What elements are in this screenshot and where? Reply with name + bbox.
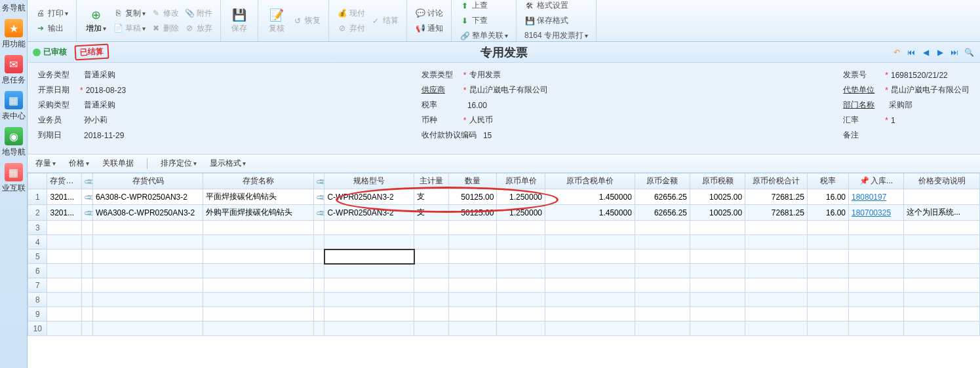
empty-cell[interactable]	[635, 322, 690, 336]
col-invalias[interactable]: 存货代码	[92, 174, 203, 189]
sidebar-item-nav[interactable]: 务导航	[0, 0, 27, 16]
discuss-button[interactable]: 💬 讨论	[412, 7, 446, 20]
empty-cell[interactable]	[448, 249, 497, 264]
empty-cell[interactable]	[448, 235, 497, 249]
empty-cell[interactable]	[203, 264, 313, 278]
empty-cell[interactable]	[848, 307, 903, 322]
empty-cell[interactable]	[807, 264, 848, 278]
cell-taxamt[interactable]: 10025.00	[690, 205, 745, 221]
first-button[interactable]: ⏮	[905, 46, 917, 58]
sidebar-item-task[interactable]: ✉ 息任务	[0, 52, 27, 88]
empty-cell[interactable]	[324, 264, 414, 278]
empty-cell[interactable]	[203, 322, 313, 336]
cell-invcode[interactable]: 3201...	[47, 205, 82, 221]
export-button[interactable]: ➜ 输出	[33, 22, 71, 35]
empty-cell[interactable]	[448, 221, 497, 235]
empty-cell[interactable]	[324, 278, 414, 293]
empty-cell[interactable]	[47, 264, 82, 278]
sidebar-item-map[interactable]: ◉ 地导航	[0, 124, 27, 160]
form-value[interactable]: 普通采购	[84, 100, 115, 111]
table-row[interactable]: 6	[28, 264, 980, 278]
add-button[interactable]: ⊕ 增加▾	[82, 6, 110, 35]
empty-cell[interactable]	[324, 307, 414, 322]
recheck-button[interactable]: 📝 复核	[264, 6, 290, 35]
empty-cell[interactable]	[203, 278, 313, 293]
empty-cell[interactable]	[545, 264, 635, 278]
empty-cell[interactable]	[497, 322, 545, 336]
empty-cell[interactable]	[324, 221, 414, 235]
empty-cell[interactable]	[545, 278, 635, 293]
empty-cell[interactable]	[848, 278, 903, 293]
form-value[interactable]: 16981520/21/22	[891, 71, 948, 80]
empty-cell[interactable]	[848, 235, 903, 249]
form-value[interactable]: 16.00	[467, 101, 487, 110]
empty-cell[interactable]	[807, 307, 848, 322]
empty-cell[interactable]	[448, 293, 497, 307]
col-pricechange[interactable]: 价格变动说明	[904, 174, 980, 189]
empty-cell[interactable]	[807, 249, 848, 264]
empty-cell[interactable]	[635, 264, 690, 278]
col-clip2[interactable]: 📎	[313, 174, 324, 189]
col-invcode[interactable]: 存货编码	[47, 174, 82, 189]
empty-cell[interactable]	[690, 221, 745, 235]
empty-cell[interactable]	[47, 307, 82, 322]
dispfmt-button[interactable]: 显示格式▾	[207, 156, 248, 170]
empty-cell[interactable]	[807, 322, 848, 336]
empty-cell[interactable]	[497, 293, 545, 307]
cell-taxamt[interactable]: 10025.00	[690, 189, 745, 205]
empty-cell[interactable]	[807, 278, 848, 293]
col-taxuprice[interactable]: 原币含税单价	[545, 174, 635, 189]
empty-cell[interactable]	[448, 307, 497, 322]
last-button[interactable]: ⏭	[949, 46, 960, 58]
empty-cell[interactable]	[324, 322, 414, 336]
empty-cell[interactable]	[545, 293, 635, 307]
discard-button[interactable]: ⊘ 弃付	[334, 22, 368, 35]
empty-cell[interactable]	[904, 307, 980, 322]
empty-cell[interactable]	[92, 293, 203, 307]
copy-button[interactable]: ⎘ 复制▾	[110, 7, 148, 20]
cell-uprice[interactable]: 1.250000	[497, 205, 545, 221]
settle-button[interactable]: ✓ 结算	[368, 14, 401, 28]
sidebar-item-func[interactable]: ★ 用功能	[0, 16, 27, 52]
empty-cell[interactable]	[92, 278, 203, 293]
empty-cell[interactable]	[497, 221, 545, 235]
col-instock[interactable]: 📌入库...	[848, 174, 903, 189]
empty-cell[interactable]	[47, 278, 82, 293]
col-taxrate[interactable]: 税率	[807, 174, 848, 189]
empty-cell[interactable]	[904, 221, 980, 235]
saveformat-button[interactable]: 💾 保存格式	[522, 14, 591, 28]
empty-cell[interactable]	[635, 221, 690, 235]
empty-cell[interactable]	[47, 221, 82, 235]
cell-instock[interactable]: 18080197	[848, 189, 903, 205]
empty-cell[interactable]	[313, 264, 324, 278]
attach-button[interactable]: 📎 附件	[182, 7, 215, 20]
empty-cell[interactable]	[313, 293, 324, 307]
empty-cell[interactable]	[497, 235, 545, 249]
data-grid[interactable]: 存货编码 📎 存货代码 存货名称 📎 规格型号 主计量 数量 原币单价 原币含税…	[28, 173, 980, 336]
cell-invalias[interactable]: 6A308-C-WPR0250AN3-2	[92, 189, 203, 205]
sidebar-item-net[interactable]: ▦ 业互联	[0, 160, 27, 196]
cell-spec[interactable]: C-WPR0250AN3-2	[324, 189, 414, 205]
empty-cell[interactable]	[690, 293, 745, 307]
empty-cell[interactable]	[82, 307, 93, 322]
draft-button[interactable]: 📄 草稿▾	[110, 22, 148, 35]
table-row[interactable]: 5	[28, 249, 980, 264]
empty-cell[interactable]	[545, 322, 635, 336]
empty-cell[interactable]	[47, 249, 82, 264]
empty-cell[interactable]	[82, 249, 93, 264]
form-value[interactable]: 专用发票	[469, 69, 501, 81]
empty-cell[interactable]	[448, 322, 497, 336]
form-value[interactable]: 昆山沪崴电子有限公司	[891, 84, 970, 96]
empty-cell[interactable]	[47, 322, 82, 336]
table-row[interactable]: 9	[28, 307, 980, 322]
table-row[interactable]: 4	[28, 235, 980, 249]
empty-cell[interactable]	[92, 221, 203, 235]
empty-cell[interactable]	[745, 235, 808, 249]
empty-cell[interactable]	[745, 322, 808, 336]
next-button[interactable]: ▶	[934, 46, 946, 58]
notify-button[interactable]: 📢 通知	[412, 22, 446, 35]
cell-qty[interactable]: 50125.00	[448, 205, 497, 221]
table-row[interactable]: 10	[28, 322, 980, 336]
empty-cell[interactable]	[92, 235, 203, 249]
printtpl-button[interactable]: 8164 专用发票打▾	[522, 29, 591, 43]
